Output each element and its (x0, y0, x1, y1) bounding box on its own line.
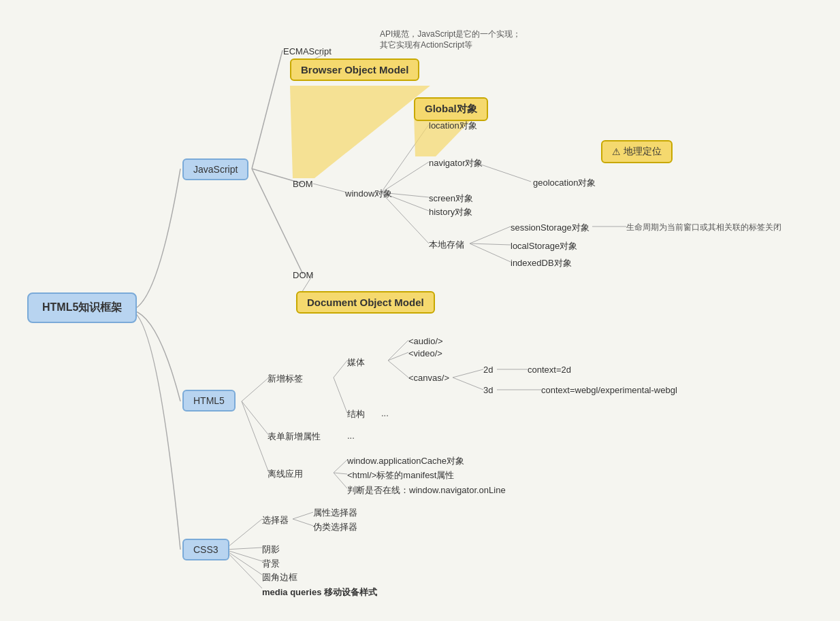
html5-node: HTML5 (182, 390, 236, 412)
canvas-2d-val-node: context=2d (528, 365, 571, 375)
dom-yellow-label: Document Object Model (307, 297, 424, 308)
javascript-label: JavaScript (193, 164, 238, 175)
session-note: 生命周期为当前窗口或其相关联的标签关闭 (626, 222, 781, 233)
history-node: history对象 (429, 206, 472, 218)
svg-line-23 (388, 360, 408, 377)
svg-line-24 (453, 369, 483, 377)
svg-line-35 (225, 550, 262, 588)
screen-node: screen对象 (429, 192, 473, 205)
attr-selector-label: 属性选择器 (313, 507, 357, 518)
dom-text: DOM (293, 270, 313, 280)
javascript-node: JavaScript (182, 158, 248, 180)
bom-yellow-label: Browser Object Model (301, 64, 408, 75)
canvas-2d-val-text: context=2d (528, 365, 571, 375)
local-storage-node: 本地存储 (429, 239, 464, 251)
bom-text: BOM (293, 179, 313, 189)
indexed-db-label: indexedDB对象 (511, 258, 572, 268)
ecmascript-note1-text: API规范，JavaScript是它的一个实现； (380, 29, 521, 39)
screen-label: screen对象 (429, 193, 473, 203)
canvas-2d-node: 2d (483, 365, 493, 375)
navigator-node: navigator对象 (429, 157, 483, 169)
canvas-2d-label: 2d (483, 365, 493, 375)
svg-line-19 (334, 360, 347, 377)
local-storage-label: 本地存储 (429, 239, 464, 250)
mind-map: HTML5知识框架 JavaScript ECMAScript API规范，Ja… (0, 0, 840, 621)
audio-label: <audio/> (408, 336, 443, 346)
global-node: Global对象 (414, 97, 488, 121)
structure-label: 结构 (347, 409, 365, 419)
css3-node: CSS3 (182, 539, 229, 560)
background-label: 背景 (262, 558, 280, 569)
dom-text-label: DOM (293, 270, 313, 280)
structure-node: 结构 (347, 408, 365, 420)
structure-val: ... (381, 408, 389, 418)
media-queries-node: media queries 移动设备样式 (262, 586, 377, 599)
local-storage-obj-label: localStorage对象 (511, 241, 577, 251)
shadow-label: 阴影 (262, 544, 280, 554)
manifest-node: <html/>标签的manifest属性 (347, 469, 455, 482)
svg-line-5 (381, 124, 429, 192)
canvas-label: <canvas/> (408, 373, 449, 383)
border-radius-label: 圆角边框 (262, 572, 297, 582)
svg-line-4 (313, 184, 347, 192)
svg-line-30 (334, 473, 347, 488)
svg-line-0 (252, 50, 282, 169)
geolocation-label: geolocation对象 (533, 178, 596, 188)
online-check-label: 判断是否在线：window.navigator.onLine (347, 485, 506, 495)
ecmascript-node: ECMAScript (283, 46, 332, 56)
local-storage-obj-node: localStorage对象 (511, 240, 577, 252)
media-label: 媒体 (347, 357, 365, 367)
ecmascript-note2-text: 其它实现有ActionScript等 (380, 40, 472, 50)
attr-selector-node: 属性选择器 (313, 507, 357, 519)
background-node: 背景 (262, 558, 280, 570)
svg-line-13 (470, 244, 511, 262)
svg-line-37 (293, 519, 313, 526)
svg-line-12 (470, 244, 511, 245)
media-queries-label: media queries 移动设备样式 (262, 587, 377, 597)
geolocation-node: geolocation对象 (533, 177, 596, 189)
session-storage-node: sessionStorage对象 (511, 222, 589, 234)
svg-line-16 (242, 377, 269, 401)
window-node: window对象 (345, 188, 392, 200)
svg-line-34 (225, 550, 262, 575)
html5-label: HTML5 (193, 395, 225, 406)
app-cache-label: window.applicationCache对象 (347, 456, 464, 466)
svg-line-36 (293, 512, 313, 519)
canvas-3d-node: 3d (483, 385, 493, 395)
canvas-3d-val-text: context=webgl/experimental-webgl (541, 385, 677, 395)
border-radius-node: 圆角边框 (262, 571, 297, 584)
audio-node: <audio/> (408, 336, 443, 346)
offline-node: 离线应用 (268, 468, 303, 480)
svg-line-29 (334, 473, 347, 474)
indexed-db-node: indexedDB对象 (511, 257, 572, 269)
form-attr-val: ... (347, 431, 355, 441)
new-tags-node: 新增标签 (268, 373, 303, 385)
svg-line-33 (225, 550, 262, 561)
dom-yellow-node: Document Object Model (296, 291, 435, 314)
location-node: location对象 (429, 120, 477, 132)
media-node: 媒体 (347, 356, 365, 369)
pseudo-selector-label: 伪类选择器 (313, 522, 357, 532)
selector-label: 选择器 (262, 515, 289, 525)
svg-line-25 (453, 377, 483, 390)
svg-line-21 (388, 340, 408, 360)
geo-positioning-label: 地理定位 (624, 146, 662, 158)
ecmascript-note1: API规范，JavaScript是它的一个实现； (380, 29, 521, 40)
canvas-3d-label: 3d (483, 385, 493, 395)
app-cache-node: window.applicationCache对象 (347, 455, 464, 467)
svg-line-28 (334, 460, 347, 473)
form-attr-node: 表单新增属性 (268, 431, 321, 443)
warning-icon: ⚠ (612, 146, 621, 157)
css3-label: CSS3 (193, 544, 219, 555)
video-node: <video/> (408, 348, 442, 358)
canvas-3d-val-node: context=webgl/experimental-webgl (541, 385, 677, 395)
video-label: <video/> (408, 348, 442, 358)
structure-val-text: ... (381, 408, 389, 418)
offline-label: 离线应用 (268, 469, 303, 479)
window-label: window对象 (345, 188, 392, 199)
svg-line-20 (334, 377, 347, 413)
global-label: Global对象 (425, 103, 477, 114)
bom-text-label: BOM (293, 179, 313, 189)
location-label: location对象 (429, 120, 477, 131)
svg-line-22 (388, 352, 408, 360)
